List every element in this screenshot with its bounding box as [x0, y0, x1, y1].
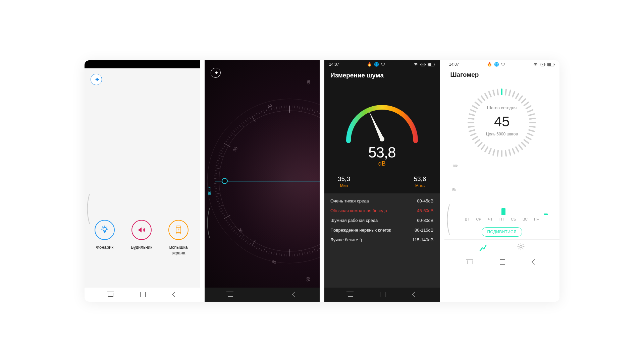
level-range: 00-45dB — [417, 198, 433, 203]
svg-line-254 — [493, 90, 494, 95]
nav-home-icon[interactable] — [140, 292, 146, 297]
nav-home-icon[interactable] — [500, 259, 505, 265]
tool-alarm[interactable]: Будильник — [128, 220, 155, 256]
globe-icon: 🌐 — [374, 62, 379, 67]
nav-back-icon[interactable] — [292, 293, 296, 297]
globe-icon: 🌐 — [494, 62, 499, 67]
angle-handle[interactable] — [222, 178, 228, 184]
svg-line-213 — [519, 96, 522, 101]
level-range: 115-140dB — [412, 237, 434, 242]
days-row: ВТ СР ЧТ ПТ СБ ВС ПН — [452, 215, 552, 221]
svg-line-235 — [489, 149, 491, 154]
nav-recent-icon[interactable] — [228, 293, 233, 297]
svg-line-219 — [530, 118, 535, 119]
svg-line-215 — [524, 102, 529, 106]
nav-home-icon[interactable] — [260, 292, 265, 297]
tab-steps[interactable] — [479, 242, 488, 253]
svg-line-216 — [526, 106, 531, 109]
flame-icon: 🔥 — [367, 62, 372, 67]
status-right-icons — [533, 62, 555, 66]
nav-recent-icon[interactable] — [348, 293, 353, 297]
svg-line-217 — [528, 110, 533, 112]
nav-back-icon[interactable] — [532, 260, 536, 264]
level-range: 60-80dB — [417, 218, 433, 223]
bulb-icon — [95, 220, 115, 240]
view-button[interactable]: ПОДИВИТИСЯ — [482, 227, 522, 237]
nav-back-icon[interactable] — [412, 293, 416, 297]
svg-line-225 — [524, 140, 529, 143]
svg-line-251 — [481, 96, 485, 101]
svg-line-230 — [509, 150, 511, 155]
svg-line-209 — [505, 89, 506, 95]
levels-panel: Очень тихая среда 00-45dB Обычная комнат… — [324, 193, 440, 288]
level-row: Лучше бегите :) 115-140dB — [330, 235, 434, 245]
steps-dial: Шагов сегодня 45 Цель:6000 шагов — [444, 80, 560, 161]
back-button[interactable] — [211, 68, 221, 78]
min-block: 35,3 Мин — [338, 175, 350, 188]
tool-flashlight[interactable]: Фонарик — [91, 220, 118, 256]
angle-readout: 90.0° — [207, 186, 212, 195]
svg-line-243 — [469, 126, 474, 127]
day-label: ЧТ — [486, 217, 495, 221]
level-row: Обычная комнатная беседа 45-60dB — [330, 206, 434, 216]
max-value: 53,8 — [414, 175, 426, 183]
ytick: 5k — [452, 188, 552, 192]
phone-flash-icon — [168, 220, 189, 240]
vibrate-icon — [540, 63, 545, 66]
svg-line-222 — [529, 130, 534, 131]
min-value: 35,3 — [338, 175, 350, 183]
nav-home-icon[interactable] — [380, 292, 385, 297]
level-range: 80-115dB — [415, 228, 433, 233]
status-bar: 14:07 🔥 🌐 🛡 — [444, 60, 560, 68]
back-button[interactable] — [91, 74, 102, 85]
side-handle-icon[interactable] — [445, 204, 450, 235]
svg-line-5 — [102, 227, 103, 227]
status-time: 14:07 — [329, 62, 339, 67]
max-label: Макс — [414, 183, 426, 188]
day-label: ПТ — [497, 217, 506, 221]
gauge-arc — [335, 84, 429, 151]
svg-line-223 — [528, 133, 533, 135]
svg-line-238 — [478, 142, 482, 146]
nav-recent-icon[interactable] — [468, 260, 473, 264]
bar-friday — [501, 208, 505, 215]
ytick: 10k — [452, 164, 552, 168]
nav-recent-icon[interactable] — [108, 293, 113, 297]
tool-screen-flash[interactable]: Вспышка экрана — [165, 220, 192, 256]
svg-line-211 — [513, 92, 515, 97]
nav-back-icon[interactable] — [172, 293, 176, 297]
tab-settings[interactable] — [517, 242, 525, 253]
level-desc: Обычная комнатная беседа — [330, 208, 387, 213]
status-bar: 14:07 🔥 🌐 🛡 — [324, 60, 440, 68]
svg-line-231 — [505, 150, 506, 156]
svg-line-242 — [470, 130, 475, 131]
phone-protractor: 90.0° 90 60 30 30 60 90 — [205, 60, 320, 302]
flame-icon: 🔥 — [487, 62, 492, 67]
minmax-row: 35,3 Мин 53,8 Макс — [324, 171, 440, 193]
page-title: Измерение шума — [324, 68, 440, 81]
tools-row: Фонарик Будильник — [85, 220, 200, 256]
svg-line-210 — [509, 90, 511, 95]
body: Фонарик Будильник — [85, 88, 200, 288]
svg-line-229 — [513, 149, 515, 154]
svg-line-6 — [106, 227, 107, 227]
db-unit: dB — [378, 160, 386, 167]
svg-rect-200 — [428, 63, 431, 66]
svg-line-224 — [526, 137, 531, 139]
svg-line-248 — [473, 106, 478, 109]
svg-line-241 — [471, 133, 476, 135]
svg-line-214 — [522, 99, 526, 103]
tick-num: 90 — [306, 80, 310, 84]
side-handle-icon[interactable] — [205, 208, 210, 238]
svg-line-255 — [497, 89, 498, 95]
svg-rect-199 — [434, 64, 435, 65]
side-handle-icon[interactable] — [85, 194, 90, 224]
level-desc: Очень тихая среда — [330, 198, 369, 203]
svg-line-228 — [516, 147, 519, 152]
four-phone-collage: Фонарик Будильник — [85, 60, 559, 302]
day-label: ВС — [520, 217, 530, 221]
svg-point-256 — [520, 246, 522, 248]
svg-line-249 — [475, 102, 480, 106]
min-label: Мин — [338, 183, 350, 188]
svg-line-246 — [470, 114, 475, 115]
